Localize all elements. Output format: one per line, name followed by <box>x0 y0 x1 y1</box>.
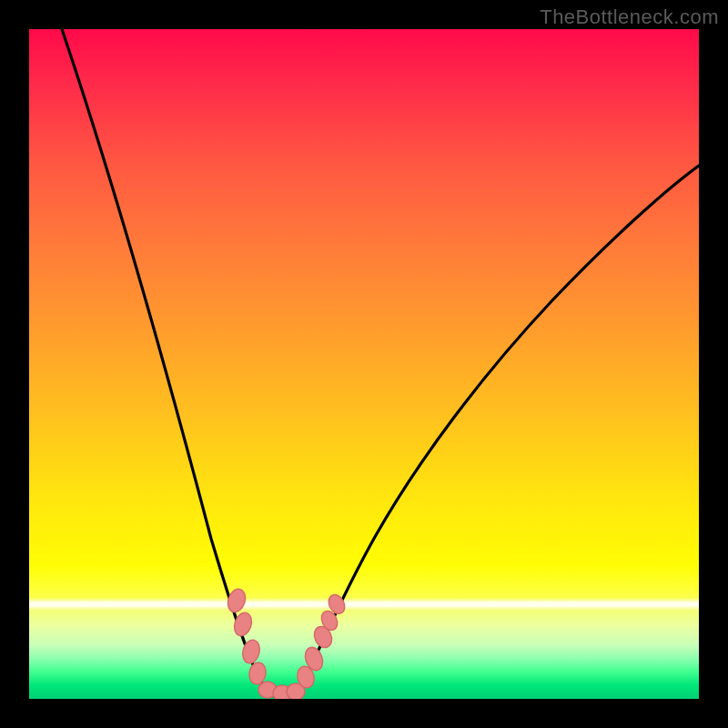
white-transition-band <box>29 598 699 611</box>
watermark-text: TheBottleneck.com <box>540 5 719 29</box>
chart-frame: TheBottleneck.com <box>0 0 728 728</box>
plot-area <box>29 29 699 699</box>
